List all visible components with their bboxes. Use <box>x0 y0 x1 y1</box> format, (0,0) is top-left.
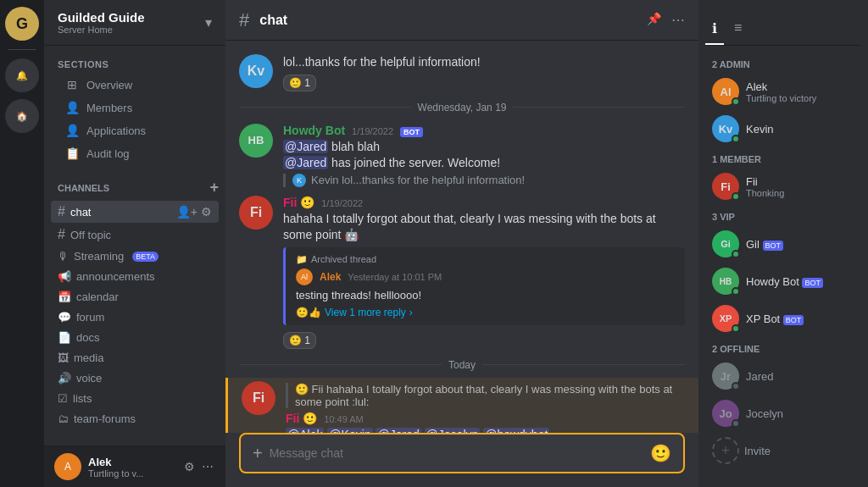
hash-icon: # <box>58 204 65 219</box>
channel-item-docs[interactable]: 📄 docs <box>51 328 219 347</box>
mention-jocelyn[interactable]: @Jocelyn <box>425 428 481 433</box>
howdybot-avatar: HB <box>239 124 273 158</box>
mention-jared3[interactable]: @Jared <box>376 428 420 433</box>
gil-avatar: Gi <box>712 230 739 257</box>
jared-status-dot <box>732 382 740 390</box>
member-xpbot[interactable]: XP XP Bot BOT <box>705 300 861 337</box>
server-icon-notif: 🔔 <box>5 58 39 92</box>
reaction-kevin[interactable]: 🙂 1 <box>283 75 316 91</box>
member-jared[interactable]: Jr Jared <box>705 357 861 395</box>
jocelyn-member-name: Jocelyn <box>746 407 783 420</box>
gil-member-name: Gil BOT <box>746 238 783 251</box>
kevin-info: Kevin <box>746 123 774 136</box>
channel-name-voice: voice <box>76 372 102 385</box>
current-user-status: Turtling to v... <box>88 468 143 479</box>
member-section-header: 1 Member <box>705 147 861 168</box>
list-tab[interactable]: ≡ <box>727 14 748 45</box>
alek-status-dot <box>732 97 740 106</box>
fii1-text: hahaha I totally forgot about that, clea… <box>283 211 685 244</box>
thread-view-more[interactable]: 🙂👍 View 1 more reply › <box>296 307 675 318</box>
calendar-icon: 📅 <box>58 291 71 303</box>
alek-thread-avatar: Al <box>296 268 313 285</box>
channel-item-team-forums[interactable]: 🗂 team-forums <box>51 409 219 429</box>
alek-avatar: Al <box>712 78 739 105</box>
channel-item-announcements[interactable]: 📢 announcements <box>51 267 219 286</box>
message-group-fii2: Fi 🙂 Fii hahaha I totally forgot about t… <box>225 378 698 433</box>
member-fii[interactable]: Fi Fii Thonking <box>705 168 861 205</box>
more-icon[interactable]: ⋯ <box>200 458 215 475</box>
channel-item-offtopic[interactable]: # Off topic <box>51 224 219 246</box>
howdybot-author: Howdy Bot <box>283 124 345 137</box>
current-user-avatar: A <box>54 453 81 480</box>
settings-icon[interactable]: ⚙ <box>182 458 197 475</box>
channel-name-offtopic: Off topic <box>70 229 111 241</box>
howdybot-text2: @Jared has joined the server. Welcome! <box>283 155 685 172</box>
sidebar-item-overview[interactable]: ⊞ Overview <box>51 74 219 96</box>
howdybot-member-avatar: HB <box>712 268 739 295</box>
howdybot-member-name: Howdy Bot BOT <box>746 275 823 288</box>
list-icon: ☑ <box>58 392 68 405</box>
voice-icon: 🔊 <box>58 372 71 385</box>
bot-badge-howdy: BOT <box>400 127 423 137</box>
channel-item-lists[interactable]: ☑ lists <box>51 389 219 408</box>
channel-item-chat[interactable]: # chat 👤+ ⚙ <box>51 201 219 223</box>
sidebar-item-members[interactable]: 👤 Members <box>51 97 219 119</box>
chat-header-actions: 📌 ⋯ <box>647 12 685 28</box>
mention-howdybot[interactable]: @howdybot <box>483 428 549 433</box>
members-panel-header: ℹ ≡ <box>705 14 861 46</box>
message-input[interactable] <box>270 446 643 460</box>
info-tab[interactable]: ℹ <box>705 14 724 45</box>
howdybot-info: Howdy Bot BOT <box>746 275 823 288</box>
fii2-message-header: Fii 🙂 10:49 AM <box>286 412 685 425</box>
audit-icon: 📋 <box>64 146 80 161</box>
channel-item-forum[interactable]: 💬 forum <box>51 307 219 327</box>
howdybot-text1: @Jared blah blah <box>283 139 685 156</box>
emoji-button[interactable]: 🙂 <box>650 443 671 463</box>
fii1-author: Fii 🙂 <box>283 196 314 209</box>
kevin-avatar: Kv <box>239 54 273 88</box>
member-jocelyn[interactable]: Jo Jocelyn <box>705 395 861 432</box>
kevin-message-content: lol...thanks for the helpful information… <box>283 54 685 91</box>
message-group-fii1: Fi Fii 🙂 1/19/2022 hahaha I totally forg… <box>225 192 698 352</box>
settings-channel-icon[interactable]: ⚙ <box>201 205 212 219</box>
server-sidebar: G 🔔 🏠 <box>0 0 44 487</box>
sidebar-item-audit[interactable]: 📋 Audit log <box>51 142 219 164</box>
member-kevin[interactable]: Kv Kevin <box>705 110 861 147</box>
channel-name-streaming: Streaming <box>74 250 124 263</box>
howdybot-message-content: Howdy Bot 1/19/2022 BOT @Jared blah blah… <box>283 124 685 189</box>
member-gil[interactable]: Gi Gil BOT <box>705 225 861 263</box>
channel-item-media[interactable]: 🖼 media <box>51 348 219 368</box>
fii-info: Fii Thonking <box>746 175 784 198</box>
alek-thread-author: Alek <box>320 271 341 283</box>
reaction-fii1[interactable]: 🙂 1 <box>283 332 316 349</box>
member-howdybot[interactable]: HB Howdy Bot BOT <box>705 263 861 300</box>
mention-jared[interactable]: @Jared <box>283 140 328 153</box>
add-channel-icon[interactable]: + <box>209 179 219 196</box>
mention-kevin[interactable]: @Kevin <box>327 428 372 433</box>
gil-bot-badge: BOT <box>763 241 784 251</box>
more-options-icon[interactable]: ⋯ <box>671 12 685 28</box>
server-header[interactable]: Guilded Guide Server Home ▾ <box>44 0 225 46</box>
fii1-message-content: Fii 🙂 1/19/2022 hahaha I totally forgot … <box>283 196 685 349</box>
sidebar-item-applications[interactable]: 👤 Applications <box>51 119 219 141</box>
channel-name-announcements: announcements <box>76 270 155 283</box>
invite-button[interactable]: + Invite <box>705 432 861 469</box>
channel-item-voice[interactable]: 🔊 voice <box>51 368 219 388</box>
kevin-message-text: lol...thanks for the helpful information… <box>283 54 685 71</box>
xpbot-info: XP Bot BOT <box>746 313 804 325</box>
channel-item-calendar[interactable]: 📅 calendar <box>51 287 219 307</box>
pin-icon[interactable]: 📌 <box>647 12 661 28</box>
thread-reply-text: testing threads! hellloooo! <box>296 289 675 302</box>
fii2-quote: 🙂 Fii hahaha I totally forgot about that… <box>286 383 685 408</box>
thread-inner: Al Alek Yesterday at 10:01 PM <box>296 268 675 285</box>
add-user-channel-icon[interactable]: 👤+ <box>176 205 198 219</box>
date-divider-jan19: Wednesday, Jan 19 <box>225 95 698 120</box>
channel-item-streaming[interactable]: 🎙 Streaming BETA <box>51 246 219 266</box>
current-user-name: Alek <box>88 456 143 468</box>
mention-jared2[interactable]: @Jared <box>283 156 328 169</box>
server-icon-main[interactable]: G <box>5 7 39 41</box>
member-alek[interactable]: Al Alek Turtling to victory <box>705 73 861 110</box>
mention-alek[interactable]: @Alek <box>286 428 324 433</box>
add-attachment-button[interactable]: + <box>253 444 263 463</box>
jared-member-name: Jared <box>746 370 774 383</box>
